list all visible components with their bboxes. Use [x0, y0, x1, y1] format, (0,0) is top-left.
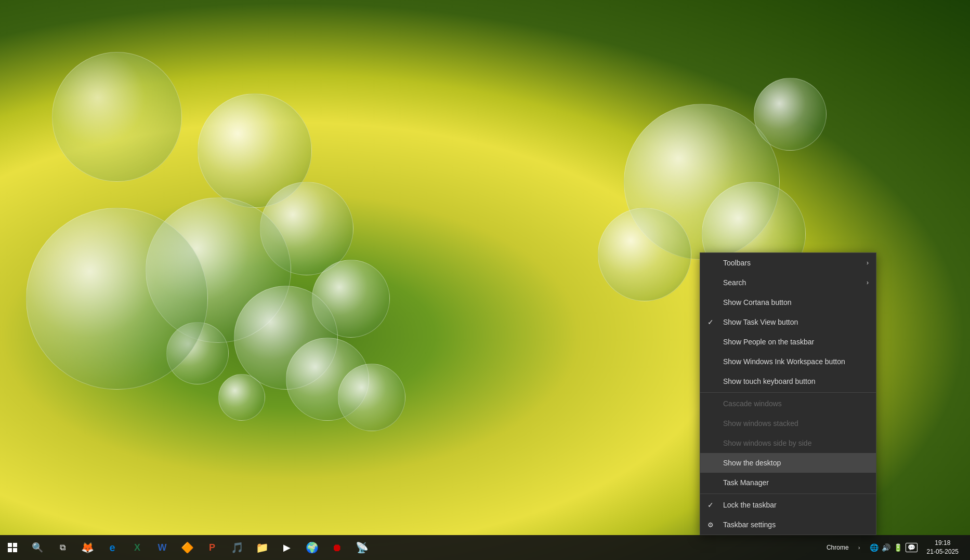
date-display: 21-05-2025 — [927, 548, 959, 556]
word-icon[interactable]: W — [150, 535, 175, 560]
time-display: 19:18 — [935, 539, 950, 548]
start-button[interactable] — [0, 535, 25, 560]
taskbar: 🔍 ⧉ 🦊 e X W 🔶 P 🎵 📁 ▶ — [0, 535, 970, 560]
bubble-10 — [52, 52, 182, 182]
menu-item-show-task-view[interactable]: ✓Show Task View button — [700, 312, 876, 332]
search-icon: 🔍 — [32, 542, 43, 553]
firefox-icon[interactable]: 🦊 — [75, 535, 100, 560]
search-button[interactable]: 🔍 — [25, 535, 50, 560]
chrome-label[interactable]: Chrome — [822, 535, 853, 560]
vlc-icon[interactable]: 🔶 — [175, 535, 200, 560]
files-icon[interactable]: 📁 — [250, 535, 274, 560]
menu-separator — [700, 392, 876, 393]
menu-item-label: Show windows side by side — [723, 439, 811, 447]
menu-item-label: Toolbars — [723, 259, 751, 267]
menu-item-show-ink[interactable]: Show Windows Ink Workspace button — [700, 352, 876, 371]
task-view-button[interactable]: ⧉ — [50, 535, 75, 560]
submenu-arrow-icon: › — [867, 279, 869, 286]
submenu-arrow-icon: › — [867, 259, 869, 266]
menu-item-show-people[interactable]: Show People on the taskbar — [700, 332, 876, 352]
menu-item-search[interactable]: Search› — [700, 273, 876, 292]
system-tray: 🌐 🔊 🔋 💬 — [866, 543, 922, 552]
taskbar-app-icons: ⧉ 🦊 e X W 🔶 P 🎵 📁 ▶ 🌍 — [50, 535, 822, 560]
menu-item-label: Show touch keyboard button — [723, 377, 815, 385]
player-icon[interactable]: ▶ — [274, 535, 299, 560]
windows-logo — [8, 543, 17, 552]
checkmark-icon: ✓ — [707, 501, 714, 509]
menu-item-taskbar-settings[interactable]: ⚙Taskbar settings — [700, 515, 876, 535]
show-desktop-button[interactable] — [964, 535, 968, 560]
menu-item-toolbars[interactable]: Toolbars› — [700, 253, 876, 273]
volume-icon[interactable]: 🔊 — [882, 543, 890, 552]
logo-cell-3 — [8, 548, 12, 552]
menu-item-label: Cascade windows — [723, 399, 782, 408]
checkmark-icon: ✓ — [707, 318, 714, 326]
chevron-icon: › — [858, 545, 860, 551]
powerpoint-icon[interactable]: P — [200, 535, 225, 560]
bubble-14 — [754, 78, 827, 151]
battery-icon[interactable]: 🔋 — [894, 543, 902, 552]
menu-item-label: Show the desktop — [723, 459, 781, 467]
menu-item-show-keyboard[interactable]: Show touch keyboard button — [700, 371, 876, 391]
media-icon[interactable]: 🎵 — [225, 535, 250, 560]
network-icon[interactable]: 🌐 — [870, 543, 879, 552]
context-menu: Toolbars›Search›Show Cortana button✓Show… — [700, 252, 876, 535]
excel-icon[interactable]: X — [125, 535, 150, 560]
menu-item-label: Task Manager — [723, 478, 769, 487]
menu-item-label: Search — [723, 278, 746, 287]
menu-separator — [700, 494, 876, 494]
recorder-icon[interactable]: ⏺ — [324, 535, 349, 560]
menu-item-lock-taskbar[interactable]: ✓Lock the taskbar — [700, 495, 876, 515]
menu-item-label: Lock the taskbar — [723, 501, 777, 509]
bubble-8 — [218, 374, 265, 421]
gear-icon: ⚙ — [707, 521, 714, 529]
menu-item-label: Show Task View button — [723, 318, 798, 326]
menu-item-label: Taskbar settings — [723, 521, 776, 529]
bubble-15 — [26, 208, 208, 390]
bubble-9 — [338, 364, 405, 431]
menu-item-stacked: Show windows stacked — [700, 414, 876, 433]
logo-cell-4 — [13, 548, 17, 552]
show-hidden-icons-button[interactable]: › — [853, 535, 866, 560]
bubble-13 — [598, 208, 691, 301]
logo-cell-1 — [8, 543, 12, 547]
logo-cell-2 — [13, 543, 17, 547]
edge-icon[interactable]: e — [100, 535, 125, 560]
menu-item-label: Show Cortana button — [723, 298, 792, 306]
menu-item-cascade: Cascade windows — [700, 394, 876, 414]
taskbar-right: Chrome › 🌐 🔊 🔋 💬 19:18 21-05-2025 — [822, 535, 968, 560]
menu-item-side-by-side: Show windows side by side — [700, 433, 876, 453]
chrome-icon[interactable]: 🌍 — [299, 535, 324, 560]
task-view-icon: ⧉ — [60, 543, 65, 552]
menu-item-show-desktop[interactable]: Show the desktop — [700, 453, 876, 473]
menu-item-label: Show Windows Ink Workspace button — [723, 357, 845, 366]
chrome-text: Chrome — [827, 544, 849, 551]
menu-item-show-cortana[interactable]: Show Cortana button — [700, 292, 876, 312]
menu-item-label: Show People on the taskbar — [723, 338, 814, 346]
menu-item-label: Show windows stacked — [723, 419, 798, 428]
connect-icon[interactable]: 📡 — [349, 535, 374, 560]
notification-icon[interactable]: 💬 — [906, 543, 917, 552]
clock[interactable]: 19:18 21-05-2025 — [922, 535, 964, 560]
menu-item-task-manager[interactable]: Task Manager — [700, 473, 876, 492]
